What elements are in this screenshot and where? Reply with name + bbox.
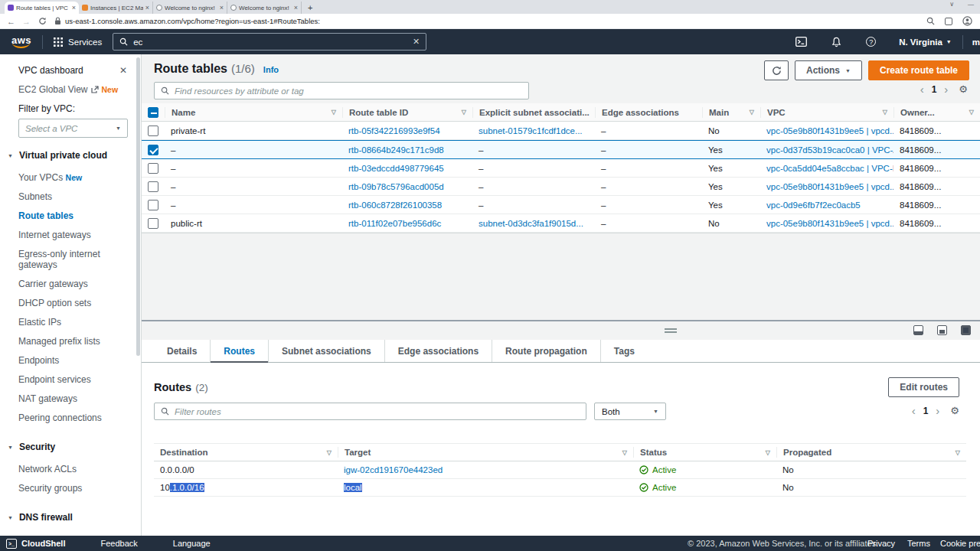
- panel-layout-bottom-icon[interactable]: [913, 325, 923, 335]
- sidebar-item[interactable]: Your VPCs New: [18, 168, 116, 187]
- sort-icon[interactable]: ▽: [956, 449, 960, 456]
- cell-route-table-id[interactable]: rtb-03edccdd498779645: [342, 164, 472, 173]
- cell-subnet-assoc[interactable]: –: [472, 164, 595, 173]
- routes-type-select[interactable]: Both ▼: [594, 403, 666, 420]
- profile-avatar-icon[interactable]: [962, 16, 972, 26]
- table-row[interactable]: public-rt rtb-011f02e07be956d6c subnet-0…: [142, 214, 980, 233]
- edit-routes-button[interactable]: Edit routes: [888, 377, 959, 397]
- cell-route-table-id[interactable]: rtb-08664b249c171c9d8: [342, 145, 472, 155]
- tab-close-icon[interactable]: ×: [220, 4, 224, 11]
- sidebar-item[interactable]: Internet gateways: [18, 226, 116, 245]
- forward-icon[interactable]: →: [22, 17, 31, 26]
- sidebar-item[interactable]: Carrier gateways: [18, 275, 116, 294]
- detail-tab[interactable]: Routes: [211, 340, 269, 362]
- prev-page-icon[interactable]: ‹: [912, 407, 916, 415]
- row-checkbox[interactable]: [148, 181, 158, 192]
- create-route-table-button[interactable]: Create route table: [868, 60, 969, 80]
- browser-tab[interactable]: Welcome to nginx! ×: [227, 2, 302, 14]
- sort-icon[interactable]: ▽: [332, 109, 336, 116]
- region-selector[interactable]: N. Virginia ▼: [888, 37, 962, 47]
- cell-vpc[interactable]: vpc-0d37d53b19cac0ca0 | VPC-A: [760, 145, 893, 155]
- sidebar-item[interactable]: Network ACLs: [18, 460, 116, 479]
- sidebar-close-icon[interactable]: ✕: [119, 65, 127, 76]
- browser-tab[interactable]: Welcome to nginx! ×: [153, 2, 227, 14]
- section-security[interactable]: ▼ Security: [8, 442, 141, 452]
- next-page-icon[interactable]: ›: [944, 86, 948, 93]
- table-row[interactable]: – rtb-08664b249c171c9d8 – – Yes vpc-0d37…: [142, 140, 980, 159]
- sidebar-item[interactable]: NAT gateways: [18, 390, 116, 409]
- sidebar-item[interactable]: Endpoints: [18, 351, 116, 370]
- sort-icon[interactable]: ▽: [969, 109, 974, 116]
- panel-drag-handle[interactable]: [665, 328, 677, 330]
- browser-tab[interactable]: Route tables | VPC Managemen ×: [5, 2, 79, 14]
- detail-tab[interactable]: Subnet associations: [269, 340, 385, 362]
- tab-search-icon[interactable]: ∨: [949, 1, 954, 8]
- section-dns-firewall[interactable]: ▼ DNS firewall: [8, 512, 141, 523]
- minimize-icon[interactable]: —: [968, 1, 974, 8]
- sort-icon[interactable]: ▽: [766, 449, 770, 456]
- sidebar-scrollbar[interactable]: [136, 57, 140, 356]
- sidebar-item-vpc-dashboard[interactable]: VPC dashboard: [18, 65, 83, 76]
- cell-vpc[interactable]: vpc-05e9b80f1431b9ee5 | vpcd...: [760, 126, 893, 135]
- sidebar-item[interactable]: Security groups: [18, 479, 116, 498]
- back-icon[interactable]: ←: [7, 17, 15, 26]
- routes-filter-input[interactable]: Filter routes: [154, 403, 586, 420]
- page-number[interactable]: 1: [932, 84, 937, 95]
- feedback-link[interactable]: Feedback: [100, 539, 137, 548]
- aws-logo[interactable]: aws: [11, 34, 31, 46]
- sidebar-item-ec2-global-view[interactable]: EC2 Global View New: [18, 84, 141, 95]
- tab-close-icon[interactable]: ×: [72, 4, 76, 11]
- route-row[interactable]: 0.0.0.0/0 igw-02cd191670e4423ed Active N…: [154, 461, 966, 479]
- sort-icon[interactable]: ▽: [327, 449, 332, 456]
- sidebar-item[interactable]: Rule groups: [18, 530, 116, 536]
- cloudshell-button[interactable]: >_ CloudShell: [6, 539, 65, 549]
- language-link[interactable]: Language: [173, 539, 211, 548]
- table-settings-gear-icon[interactable]: ⚙: [959, 83, 968, 95]
- sort-icon[interactable]: ▽: [622, 449, 627, 456]
- cell-subnet-assoc[interactable]: subnet-0d3dc3fa1f9015d...: [472, 219, 595, 228]
- cell-target[interactable]: igw-02cd191670e4423ed: [338, 465, 633, 474]
- refresh-button[interactable]: [764, 60, 789, 80]
- panel-layout-full-icon[interactable]: [961, 325, 971, 335]
- sort-icon[interactable]: ▽: [750, 109, 754, 116]
- reload-icon[interactable]: [38, 17, 47, 25]
- sidebar-item[interactable]: Egress-only internet gateways: [18, 245, 116, 275]
- detail-tab[interactable]: Tags: [601, 340, 648, 362]
- table-row[interactable]: private-rt rtb-05f342216993e9f54 subnet-…: [142, 122, 980, 140]
- terms-link[interactable]: Terms: [907, 539, 930, 548]
- table-row[interactable]: – rtb-060c8728f26100358 – – Yes vpc-0d9e…: [142, 196, 980, 214]
- detail-tab[interactable]: Edge associations: [385, 340, 492, 362]
- row-checkbox[interactable]: [148, 126, 158, 136]
- tab-close-icon[interactable]: ×: [294, 4, 298, 11]
- global-search-input[interactable]: ec ✕: [113, 33, 426, 51]
- sidebar-item[interactable]: Elastic IPs: [18, 313, 116, 332]
- tab-close-icon[interactable]: ×: [145, 4, 149, 11]
- clear-search-icon[interactable]: ✕: [413, 37, 420, 47]
- notifications-bell-icon[interactable]: [819, 37, 854, 47]
- sidebar-item[interactable]: Route tables: [18, 207, 116, 226]
- info-link[interactable]: Info: [263, 65, 279, 74]
- cell-subnet-assoc[interactable]: subnet-01579c1fcdf1dce...: [472, 126, 595, 135]
- new-tab-button[interactable]: +: [308, 3, 312, 12]
- cloudshell-nav-icon[interactable]: [783, 37, 819, 47]
- cell-route-table-id[interactable]: rtb-05f342216993e9f54: [342, 126, 472, 135]
- target-text[interactable]: igw-02cd191670e4423ed: [344, 465, 443, 474]
- cell-route-table-id[interactable]: rtb-011f02e07be956d6c: [342, 219, 472, 228]
- services-menu-button[interactable]: Services: [54, 37, 102, 47]
- row-checkbox[interactable]: [148, 163, 158, 174]
- cell-subnet-assoc[interactable]: –: [472, 201, 595, 210]
- extension-icon[interactable]: [945, 18, 952, 25]
- prev-page-icon[interactable]: ‹: [920, 86, 924, 93]
- sidebar-item[interactable]: Endpoint services: [18, 370, 116, 390]
- row-checkbox[interactable]: [148, 218, 158, 229]
- vpc-filter-select[interactable]: Select a VPC ▼: [18, 119, 128, 138]
- detail-tab[interactable]: Route propagation: [492, 340, 601, 362]
- row-checkbox[interactable]: [148, 200, 158, 210]
- help-icon[interactable]: ?: [854, 37, 888, 47]
- cell-vpc[interactable]: vpc-05e9b80f1431b9ee5 | vpcd...: [760, 182, 893, 191]
- sidebar-item[interactable]: Subnets: [18, 187, 116, 207]
- sort-icon[interactable]: ▽: [462, 109, 466, 116]
- routes-settings-gear-icon[interactable]: ⚙: [950, 405, 959, 416]
- route-row[interactable]: 10.1.0.0/16 local Active No: [154, 479, 966, 497]
- actions-button[interactable]: Actions ▼: [795, 60, 862, 80]
